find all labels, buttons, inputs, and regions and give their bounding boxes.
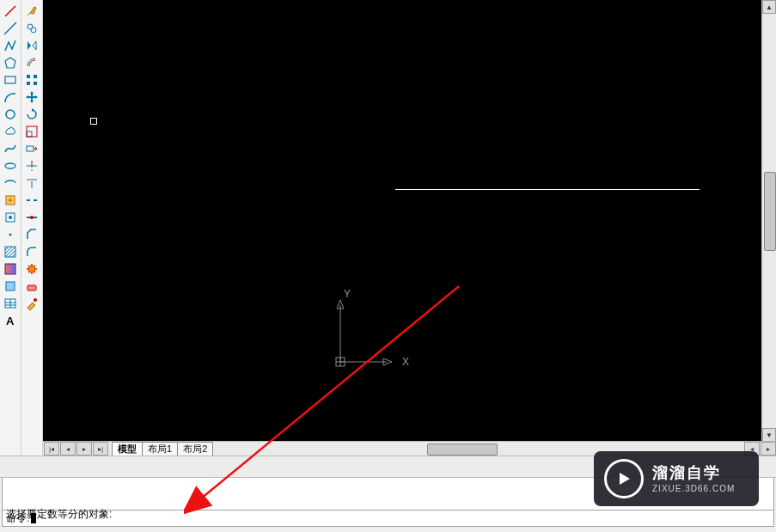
trim-tool[interactable] bbox=[23, 158, 40, 174]
ucs-y-label: Y bbox=[344, 288, 351, 300]
scroll-right-button[interactable]: ▸ bbox=[761, 442, 776, 456]
make-block-tool[interactable] bbox=[2, 210, 19, 225]
circle-tool[interactable] bbox=[2, 107, 19, 122]
horizontal-scroll-thumb[interactable] bbox=[427, 443, 498, 456]
erase-tool[interactable] bbox=[23, 278, 40, 294]
svg-line-0 bbox=[5, 6, 15, 16]
match-properties-tool[interactable] bbox=[23, 296, 40, 311]
tab-last-button[interactable]: ▸| bbox=[93, 442, 108, 456]
revision-cloud-tool[interactable] bbox=[2, 124, 19, 139]
table-tool[interactable] bbox=[2, 296, 19, 311]
construction-line-tool[interactable] bbox=[2, 21, 19, 36]
svg-marker-2 bbox=[5, 58, 15, 68]
ellipse-arc-tool[interactable] bbox=[2, 175, 19, 191]
region-tool[interactable] bbox=[2, 278, 19, 294]
gradient-tool[interactable] bbox=[2, 261, 19, 277]
layout-tabs: 模型 布局1 布局2 bbox=[112, 442, 212, 456]
line-tool[interactable] bbox=[2, 3, 19, 19]
svg-point-43 bbox=[34, 298, 37, 302]
svg-line-12 bbox=[5, 247, 12, 254]
brush-tool[interactable] bbox=[23, 3, 40, 19]
hatch-tool[interactable] bbox=[2, 244, 19, 260]
modify-toolbar bbox=[21, 0, 43, 456]
svg-line-1 bbox=[4, 22, 16, 34]
draw-toolbar: A bbox=[0, 0, 21, 456]
polyline-tool[interactable] bbox=[2, 38, 19, 53]
main-row: A bbox=[0, 0, 776, 456]
tab-first-button[interactable]: |◂ bbox=[44, 442, 59, 456]
tab-layout1[interactable]: 布局1 bbox=[142, 442, 178, 456]
svg-point-24 bbox=[31, 28, 36, 33]
watermark-title: 溜溜自学 bbox=[652, 463, 735, 483]
ucs-x-label: X bbox=[402, 356, 409, 368]
extend-tool[interactable] bbox=[23, 175, 40, 191]
watermark-sub: ZIXUE.3D66.COM bbox=[652, 483, 735, 494]
svg-line-15 bbox=[12, 254, 15, 257]
svg-point-9 bbox=[9, 234, 12, 236]
mirror-tool[interactable] bbox=[23, 38, 40, 53]
spline-tool[interactable] bbox=[2, 141, 19, 156]
svg-rect-3 bbox=[5, 76, 15, 83]
svg-point-41 bbox=[30, 216, 34, 219]
polygon-tool[interactable] bbox=[2, 55, 19, 70]
ucs-icon: Y X bbox=[333, 288, 437, 374]
svg-rect-28 bbox=[34, 82, 37, 85]
pickbox-cursor bbox=[90, 118, 97, 125]
svg-rect-29 bbox=[27, 131, 32, 137]
offset-tool[interactable] bbox=[23, 55, 40, 70]
tab-model[interactable]: 模型 bbox=[112, 442, 143, 456]
svg-rect-42 bbox=[27, 285, 36, 290]
arc-tool[interactable] bbox=[2, 89, 19, 105]
svg-point-5 bbox=[5, 163, 15, 168]
svg-rect-26 bbox=[34, 75, 37, 78]
fillet-tool[interactable] bbox=[23, 244, 40, 260]
history-line-1: 选择要定数等分的对象: bbox=[6, 507, 770, 521]
stretch-tool[interactable] bbox=[23, 141, 40, 156]
svg-text:A: A bbox=[6, 315, 15, 327]
svg-rect-31 bbox=[27, 146, 34, 151]
svg-point-4 bbox=[6, 110, 15, 119]
insert-block-tool[interactable] bbox=[2, 193, 19, 208]
join-tool[interactable] bbox=[23, 210, 40, 225]
drawing-canvas[interactable]: Y X ▲ ▼ |◂ ◂ ▸ ▸| 模型 布局1 布局2 ◂ ▸ bbox=[43, 0, 776, 456]
ellipse-tool[interactable] bbox=[2, 158, 19, 174]
tab-layout2[interactable]: 布局2 bbox=[177, 442, 213, 456]
point-tool[interactable] bbox=[2, 227, 19, 242]
rotate-tool[interactable] bbox=[23, 107, 40, 122]
svg-rect-27 bbox=[27, 82, 30, 85]
break-tool[interactable] bbox=[23, 193, 40, 208]
text-tool[interactable]: A bbox=[2, 313, 19, 328]
array-tool[interactable] bbox=[23, 72, 40, 88]
move-tool[interactable] bbox=[23, 89, 40, 105]
scale-tool[interactable] bbox=[23, 124, 40, 139]
svg-marker-52 bbox=[620, 473, 630, 485]
copy-tool[interactable] bbox=[23, 21, 40, 36]
scroll-down-button[interactable]: ▼ bbox=[762, 428, 776, 442]
svg-point-8 bbox=[9, 216, 12, 219]
chamfer-tool[interactable] bbox=[23, 227, 40, 242]
svg-line-14 bbox=[9, 250, 15, 257]
svg-rect-25 bbox=[27, 75, 30, 78]
vertical-scroll-thumb[interactable] bbox=[764, 172, 776, 251]
vertical-scrollbar[interactable]: ▲ ▼ bbox=[761, 0, 776, 442]
svg-rect-17 bbox=[6, 282, 15, 290]
watermark-badge: 溜溜自学 ZIXUE.3D66.COM bbox=[594, 451, 759, 506]
scroll-up-button[interactable]: ▲ bbox=[762, 0, 776, 14]
play-icon bbox=[604, 459, 644, 498]
explode-tool[interactable] bbox=[23, 261, 40, 277]
svg-line-11 bbox=[5, 247, 9, 250]
svg-rect-16 bbox=[5, 264, 15, 274]
rectangle-tool[interactable] bbox=[2, 72, 19, 88]
drawn-line-object[interactable] bbox=[395, 189, 700, 190]
tab-prev-button[interactable]: ◂ bbox=[60, 442, 76, 456]
tab-next-button[interactable]: ▸ bbox=[76, 442, 92, 456]
